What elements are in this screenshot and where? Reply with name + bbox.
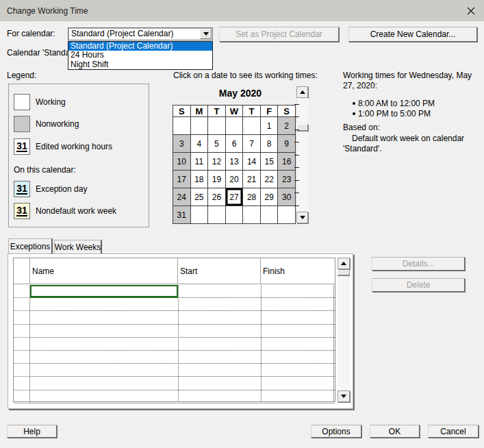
bullet-icon bbox=[353, 102, 355, 105]
legend-label: Legend: bbox=[7, 71, 36, 80]
row-number-cell bbox=[14, 390, 30, 403]
legend-item-label: Exception day bbox=[36, 184, 87, 194]
change-working-time-dialog: Change Working Time For calendar: Standa… bbox=[0, 0, 484, 448]
date-cell-4[interactable]: 4 bbox=[191, 135, 208, 152]
table-row[interactable] bbox=[14, 338, 335, 351]
legend-swatch-nonworking bbox=[14, 116, 30, 132]
date-cell-6[interactable]: 6 bbox=[226, 135, 243, 152]
table-row[interactable] bbox=[14, 298, 335, 311]
date-cell-23[interactable]: 23 bbox=[278, 171, 295, 188]
swatch-number: 31 bbox=[16, 141, 27, 152]
row-cells[interactable] bbox=[30, 311, 335, 324]
row-cells[interactable] bbox=[30, 351, 335, 364]
row-number-cell bbox=[14, 377, 30, 390]
empty-date-cell bbox=[191, 117, 208, 134]
swatch-number: 31 bbox=[16, 184, 27, 195]
delete-button[interactable]: Delete bbox=[372, 278, 465, 292]
table-row[interactable] bbox=[14, 351, 335, 364]
legend-item-exception: 31Exception day bbox=[14, 181, 87, 197]
month-calendar[interactable]: SMTWTFS123456789101112131415161718192021… bbox=[173, 105, 296, 224]
day-header: T bbox=[208, 105, 225, 116]
table-row[interactable] bbox=[14, 311, 335, 324]
date-cell-26[interactable]: 26 bbox=[208, 188, 225, 206]
table-row[interactable] bbox=[14, 325, 335, 338]
row-cells[interactable] bbox=[30, 390, 335, 403]
column-separator bbox=[333, 285, 334, 401]
dropdown-option[interactable]: Night Shift bbox=[68, 60, 212, 69]
table-scrollbar[interactable] bbox=[337, 258, 350, 402]
table-scrollbar-thumb[interactable] bbox=[337, 270, 350, 275]
legend-item-label: Working bbox=[36, 97, 66, 107]
date-cell-18[interactable]: 18 bbox=[191, 171, 208, 188]
date-cell-30[interactable]: 30 bbox=[278, 188, 295, 206]
month-scrollbar[interactable] bbox=[296, 86, 308, 223]
dropdown-option[interactable]: Standard (Project Calendar) bbox=[68, 42, 212, 51]
scroll-up-button[interactable] bbox=[296, 86, 308, 98]
row-cells[interactable] bbox=[30, 338, 335, 351]
row-cells[interactable] bbox=[30, 325, 335, 338]
cancel-button[interactable]: Cancel bbox=[428, 425, 479, 438]
selected-cell[interactable] bbox=[30, 285, 178, 298]
date-cell-22[interactable]: 22 bbox=[261, 171, 278, 188]
date-cell-5[interactable]: 5 bbox=[208, 135, 225, 152]
date-cell-17[interactable]: 17 bbox=[173, 171, 190, 188]
date-cell-19[interactable]: 19 bbox=[208, 171, 225, 188]
options-button[interactable]: Options bbox=[311, 425, 361, 438]
date-cell-1[interactable]: 1 bbox=[261, 117, 278, 134]
swatch-number: 31 bbox=[16, 206, 27, 216]
date-cell-21[interactable]: 21 bbox=[243, 171, 260, 188]
date-cell-14[interactable]: 14 bbox=[243, 153, 260, 170]
date-cell-2[interactable]: 2 bbox=[278, 117, 295, 134]
date-cell-8[interactable]: 8 bbox=[261, 135, 278, 152]
date-cell-25[interactable]: 25 bbox=[191, 188, 208, 206]
date-cell-31[interactable]: 31 bbox=[173, 206, 190, 223]
legend-item-label: Nondefault work week bbox=[36, 206, 116, 216]
ok-button[interactable]: OK bbox=[370, 425, 420, 438]
date-cell-11[interactable]: 11 bbox=[191, 153, 208, 170]
date-cell-12[interactable]: 12 bbox=[208, 153, 225, 170]
empty-date-cell bbox=[173, 117, 190, 134]
date-cell-7[interactable]: 7 bbox=[243, 135, 260, 152]
row-cells[interactable] bbox=[30, 377, 335, 390]
tab-exceptions[interactable]: Exceptions bbox=[8, 238, 53, 253]
date-cell-27[interactable]: 27 bbox=[226, 188, 243, 206]
row-cells[interactable] bbox=[30, 364, 335, 377]
legend-item-edited: 31Edited working hours bbox=[14, 138, 112, 155]
table-scroll-down-button[interactable] bbox=[337, 390, 350, 402]
calendar-combobox[interactable]: Standard (Project Calendar) bbox=[68, 27, 213, 40]
row-cells[interactable] bbox=[30, 298, 335, 311]
date-cell-16[interactable]: 16 bbox=[278, 153, 295, 170]
table-row[interactable] bbox=[14, 364, 335, 377]
row-number-cell bbox=[14, 364, 30, 377]
combobox-dropdown-button[interactable] bbox=[200, 29, 212, 39]
scroll-down-button[interactable] bbox=[296, 212, 308, 223]
table-scroll-up-button[interactable] bbox=[337, 258, 350, 269]
date-cell-13[interactable]: 13 bbox=[226, 153, 243, 170]
date-cell-24[interactable]: 24 bbox=[173, 188, 190, 206]
date-cell-10[interactable]: 10 bbox=[173, 153, 190, 170]
dropdown-option[interactable]: 24 Hours bbox=[68, 51, 212, 60]
table-row[interactable] bbox=[14, 390, 335, 403]
exceptions-table-body[interactable] bbox=[14, 285, 335, 401]
date-cell-3[interactable]: 3 bbox=[173, 135, 190, 152]
title-bar: Change Working Time bbox=[0, 0, 484, 21]
based-on-text: Default work week on calendar 'Standard'… bbox=[343, 134, 481, 153]
create-new-calendar-button[interactable]: Create New Calendar... bbox=[348, 27, 477, 42]
details-button[interactable]: Details... bbox=[372, 257, 465, 271]
set-as-project-calendar-button[interactable]: Set as Project Calendar bbox=[219, 27, 339, 42]
date-cell-15[interactable]: 15 bbox=[261, 153, 278, 170]
row-number-cell bbox=[14, 285, 30, 298]
tab-work-weeks[interactable]: Work Weeks bbox=[54, 240, 102, 253]
calendar-month-title: May 2020 bbox=[173, 88, 308, 99]
bullet-icon bbox=[353, 112, 355, 115]
exceptions-table-header: NameStartFinish bbox=[14, 258, 335, 284]
exceptions-table[interactable]: NameStartFinish bbox=[13, 258, 335, 402]
date-cell-29[interactable]: 29 bbox=[261, 188, 278, 206]
date-cell-20[interactable]: 20 bbox=[226, 171, 243, 188]
help-button[interactable]: Help bbox=[7, 425, 57, 438]
column-header-finish: Finish bbox=[261, 258, 335, 284]
date-cell-28[interactable]: 28 bbox=[243, 188, 260, 206]
date-cell-9[interactable]: 9 bbox=[278, 135, 295, 152]
table-row[interactable] bbox=[14, 377, 335, 390]
close-button[interactable] bbox=[461, 1, 481, 21]
